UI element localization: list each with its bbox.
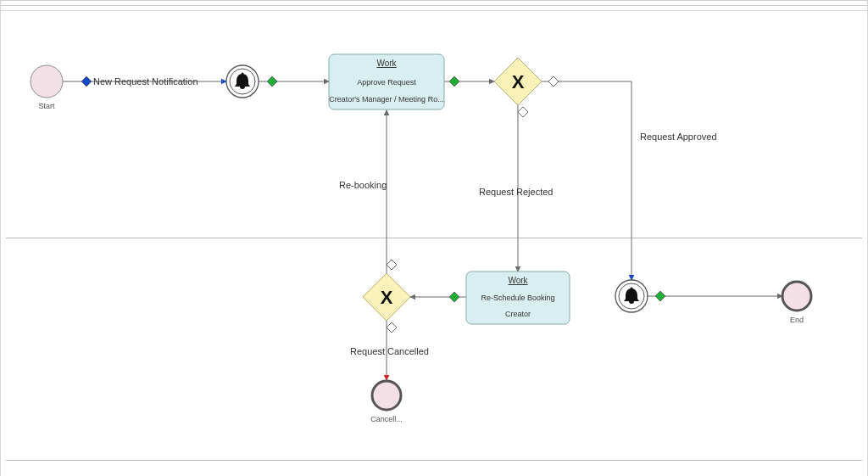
notify-start-event[interactable]: [226, 65, 259, 98]
task-role: Creator: [505, 310, 531, 318]
svg-point-6: [31, 65, 63, 98]
svg-point-14: [372, 381, 401, 410]
notify-end-event[interactable]: [615, 280, 648, 312]
edge-task-to-gateway[interactable]: [444, 76, 494, 87]
edge-request-approved[interactable]: Request Approved: [542, 76, 717, 280]
task-reschedule-booking[interactable]: Work Re-Schedule Booking Creator: [466, 272, 570, 324]
edge-reschedule-to-gateway[interactable]: [410, 292, 466, 302]
edge-request-rejected[interactable]: Request Rejected: [479, 105, 553, 272]
start-event[interactable]: Start: [31, 65, 63, 110]
task-title: Work: [376, 59, 397, 68]
gateway-decision-bottom[interactable]: X: [363, 273, 410, 321]
edge-notify-to-end[interactable]: [647, 291, 782, 301]
edge-notify-to-task[interactable]: [259, 76, 329, 87]
edge-label: Request Rejected: [479, 187, 553, 197]
task-title: Work: [508, 276, 528, 285]
task-name: Approve Request: [357, 78, 416, 87]
edge-label: Request Cancelled: [350, 346, 429, 356]
cancel-end-event[interactable]: Cancell...: [370, 381, 403, 423]
task-approve-request[interactable]: Work Approve Request Creator's Manager /…: [329, 54, 444, 109]
start-label: Start: [38, 102, 55, 110]
end-event[interactable]: End: [782, 282, 811, 324]
task-role: Creator's Manager / Meeting Ro...: [329, 95, 443, 104]
gateway-x-icon: X: [512, 71, 525, 92]
edge-start-to-notify[interactable]: New Request Notification: [63, 76, 226, 87]
bpmn-canvas[interactable]: New Request Notification Request Approve…: [0, 0, 868, 476]
edge-rebooking[interactable]: Re-booking: [339, 110, 397, 273]
edge-request-cancelled[interactable]: Request Cancelled: [350, 321, 429, 380]
edge-label: Re-booking: [339, 180, 387, 190]
svg-point-13: [782, 282, 811, 311]
gateway-decision-top[interactable]: X: [494, 58, 542, 105]
task-name: Re-Schedule Booking: [481, 294, 554, 302]
gateway-x-icon: X: [381, 287, 393, 308]
edge-label: Request Approved: [640, 132, 717, 142]
cancel-label: Cancell...: [370, 415, 403, 423]
end-label: End: [790, 316, 804, 324]
edge-label: New Request Notification: [93, 76, 198, 87]
